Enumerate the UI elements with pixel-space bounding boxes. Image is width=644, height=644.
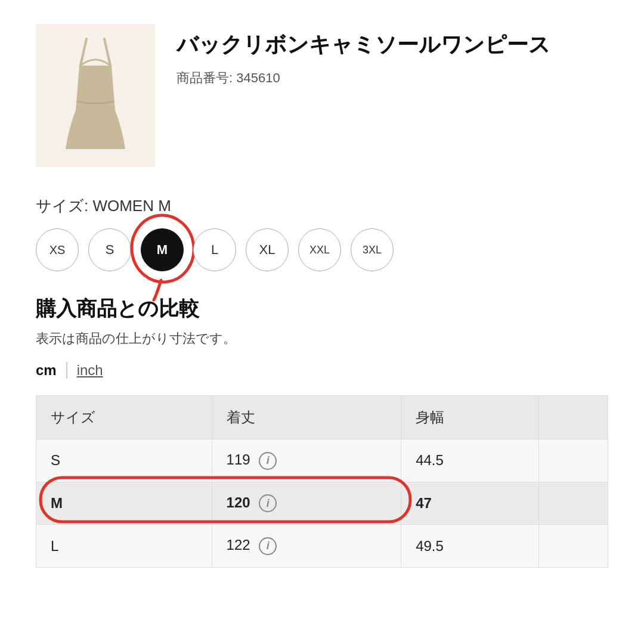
size-button-s[interactable]: S: [88, 228, 131, 271]
comparison-section: 購入商品との比較 表示は商品の仕上がり寸法です。 cm inch サイズ 着丈 …: [36, 295, 608, 568]
info-icon-l[interactable]: i: [259, 537, 277, 555]
table-wrapper: サイズ 着丈 身幅 S 119 i 44.5: [36, 395, 608, 568]
unit-divider: [66, 362, 67, 379]
product-title: バックリボンキャミソールワンピース: [177, 30, 550, 60]
size-xl-wrapper: XL: [246, 228, 289, 271]
size-button-m[interactable]: M: [141, 228, 184, 271]
cell-extra: [538, 439, 608, 482]
size-section: サイズ: WOMEN M XS S M L XL XXL 3XL: [36, 196, 608, 271]
table-row-selected: M 120 i 47: [36, 482, 608, 525]
size-buttons: XS S M L XL XXL 3XL: [36, 228, 608, 271]
product-number: 商品番号: 345610: [177, 69, 550, 87]
cell-width: 44.5: [401, 439, 538, 482]
cell-size-m: M: [36, 482, 212, 525]
size-xs-wrapper: XS: [36, 228, 79, 271]
size-button-xs[interactable]: XS: [36, 228, 79, 271]
comparison-title: 購入商品との比較: [36, 295, 608, 323]
comparison-desc: 表示は商品の仕上がり寸法です。: [36, 330, 608, 348]
cell-extra-m: [538, 482, 608, 525]
unit-inch[interactable]: inch: [77, 362, 103, 379]
size-s-wrapper: S: [88, 228, 131, 271]
cell-width-m: 47: [401, 482, 538, 525]
cell-size: S: [36, 439, 212, 482]
size-m-wrapper: M: [141, 228, 184, 271]
size-xxl-wrapper: XXL: [298, 228, 341, 271]
cell-extra-l: [538, 525, 608, 568]
size-button-l[interactable]: L: [193, 228, 236, 271]
size-button-3xl[interactable]: 3XL: [351, 228, 394, 271]
size-label: サイズ: WOMEN M: [36, 196, 608, 216]
selected-size-label: M: [51, 495, 63, 511]
col-length-header: 着丈: [212, 396, 401, 439]
product-info: バックリボンキャミソールワンピース 商品番号: 345610: [177, 24, 550, 87]
cell-length-l: 122 i: [212, 525, 401, 568]
size-3xl-wrapper: 3XL: [351, 228, 394, 271]
product-header: バックリボンキャミソールワンピース 商品番号: 345610: [36, 24, 608, 167]
product-number-label: 商品番号:: [177, 70, 233, 85]
size-table: サイズ 着丈 身幅 S 119 i 44.5: [36, 395, 608, 568]
product-image: [36, 24, 155, 167]
col-extra-header: [538, 396, 608, 439]
col-size-header: サイズ: [36, 396, 212, 439]
product-number-value: 345610: [236, 70, 280, 85]
size-button-xl[interactable]: XL: [246, 228, 289, 271]
size-button-xxl[interactable]: XXL: [298, 228, 341, 271]
cell-width-l: 49.5: [401, 525, 538, 568]
unit-cm[interactable]: cm: [36, 362, 57, 379]
info-icon[interactable]: i: [259, 452, 277, 470]
cell-length-m: 120 i: [212, 482, 401, 525]
cell-length: 119 i: [212, 439, 401, 482]
col-width-header: 身幅: [401, 396, 538, 439]
table-header-row: サイズ 着丈 身幅: [36, 396, 608, 439]
table-row: S 119 i 44.5: [36, 439, 608, 482]
size-l-wrapper: L: [193, 228, 236, 271]
info-icon-m[interactable]: i: [259, 494, 277, 512]
unit-switcher: cm inch: [36, 362, 608, 379]
cell-size-l: L: [36, 525, 212, 568]
table-row: L 122 i 49.5: [36, 525, 608, 568]
